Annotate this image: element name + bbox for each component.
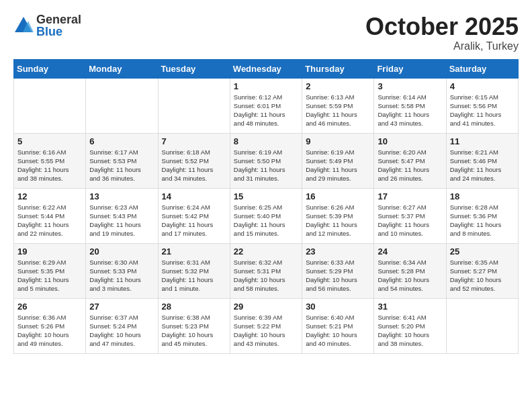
- calendar-cell: 31Sunrise: 6:41 AM Sunset: 5:20 PM Dayli…: [374, 298, 446, 353]
- day-info: Sunrise: 6:18 AM Sunset: 5:52 PM Dayligh…: [162, 148, 226, 183]
- calendar-cell: 8Sunrise: 6:19 AM Sunset: 5:50 PM Daylig…: [230, 133, 302, 188]
- calendar-cell: 15Sunrise: 6:25 AM Sunset: 5:40 PM Dayli…: [230, 188, 302, 243]
- calendar-cell: 10Sunrise: 6:20 AM Sunset: 5:47 PM Dayli…: [374, 133, 446, 188]
- logo-icon: [13, 15, 34, 36]
- day-info: Sunrise: 6:29 AM Sunset: 5:35 PM Dayligh…: [17, 258, 82, 293]
- day-number: 15: [234, 191, 298, 201]
- day-number: 18: [450, 191, 515, 201]
- day-info: Sunrise: 6:25 AM Sunset: 5:40 PM Dayligh…: [234, 203, 298, 238]
- day-number: 14: [162, 191, 226, 201]
- weekday-header-wednesday: Wednesday: [230, 59, 302, 78]
- calendar-cell: 19Sunrise: 6:29 AM Sunset: 5:35 PM Dayli…: [14, 243, 86, 298]
- calendar-cell: 9Sunrise: 6:19 AM Sunset: 5:49 PM Daylig…: [302, 133, 374, 188]
- calendar-cell: 23Sunrise: 6:33 AM Sunset: 5:29 PM Dayli…: [302, 243, 374, 298]
- day-info: Sunrise: 6:19 AM Sunset: 5:50 PM Dayligh…: [234, 148, 298, 183]
- day-info: Sunrise: 6:27 AM Sunset: 5:37 PM Dayligh…: [378, 203, 442, 238]
- day-info: Sunrise: 6:23 AM Sunset: 5:43 PM Dayligh…: [89, 203, 154, 238]
- page-header: General Blue October 2025 Aralik, Turkey: [13, 13, 519, 52]
- calendar-cell: 4Sunrise: 6:15 AM Sunset: 5:56 PM Daylig…: [446, 78, 518, 133]
- day-number: 5: [17, 136, 82, 146]
- calendar-cell: 22Sunrise: 6:32 AM Sunset: 5:31 PM Dayli…: [230, 243, 302, 298]
- day-info: Sunrise: 6:36 AM Sunset: 5:26 PM Dayligh…: [17, 313, 82, 349]
- weekday-header-monday: Monday: [86, 59, 158, 78]
- day-number: 11: [450, 136, 515, 146]
- day-info: Sunrise: 6:40 AM Sunset: 5:21 PM Dayligh…: [306, 313, 370, 349]
- day-number: 29: [234, 302, 298, 312]
- day-info: Sunrise: 6:35 AM Sunset: 5:27 PM Dayligh…: [450, 258, 515, 293]
- calendar-cell: 20Sunrise: 6:30 AM Sunset: 5:33 PM Dayli…: [86, 243, 158, 298]
- day-number: 20: [89, 246, 154, 257]
- day-number: 8: [234, 136, 298, 146]
- day-number: 10: [378, 136, 442, 146]
- logo: General Blue: [13, 13, 81, 38]
- day-number: 9: [306, 136, 370, 146]
- day-number: 25: [450, 246, 515, 257]
- day-number: 3: [378, 81, 442, 91]
- calendar-cell: 26Sunrise: 6:36 AM Sunset: 5:26 PM Dayli…: [14, 298, 86, 353]
- calendar-cell: 18Sunrise: 6:28 AM Sunset: 5:36 PM Dayli…: [446, 188, 518, 243]
- calendar-cell: 21Sunrise: 6:31 AM Sunset: 5:32 PM Dayli…: [158, 243, 230, 298]
- title-block: October 2025 Aralik, Turkey: [365, 13, 519, 52]
- day-info: Sunrise: 6:38 AM Sunset: 5:23 PM Dayligh…: [162, 313, 226, 349]
- calendar-cell: 2Sunrise: 6:13 AM Sunset: 5:59 PM Daylig…: [302, 78, 374, 133]
- day-info: Sunrise: 6:26 AM Sunset: 5:39 PM Dayligh…: [306, 203, 370, 238]
- day-number: 16: [306, 191, 370, 201]
- day-info: Sunrise: 6:30 AM Sunset: 5:33 PM Dayligh…: [89, 258, 154, 293]
- calendar-cell: 1Sunrise: 6:12 AM Sunset: 6:01 PM Daylig…: [230, 78, 302, 133]
- week-row-1: 1Sunrise: 6:12 AM Sunset: 6:01 PM Daylig…: [14, 78, 519, 133]
- calendar-cell: 25Sunrise: 6:35 AM Sunset: 5:27 PM Dayli…: [446, 243, 518, 298]
- calendar-cell: [86, 78, 158, 133]
- day-info: Sunrise: 6:16 AM Sunset: 5:55 PM Dayligh…: [17, 148, 82, 183]
- day-info: Sunrise: 6:13 AM Sunset: 5:59 PM Dayligh…: [306, 93, 370, 128]
- day-info: Sunrise: 6:22 AM Sunset: 5:44 PM Dayligh…: [17, 203, 82, 238]
- day-info: Sunrise: 6:15 AM Sunset: 5:56 PM Dayligh…: [450, 93, 515, 128]
- calendar-cell: 13Sunrise: 6:23 AM Sunset: 5:43 PM Dayli…: [86, 188, 158, 243]
- day-info: Sunrise: 6:21 AM Sunset: 5:46 PM Dayligh…: [450, 148, 515, 183]
- logo-general-text: General: [36, 13, 81, 26]
- day-number: 12: [17, 191, 82, 201]
- location: Aralik, Turkey: [365, 40, 519, 52]
- weekday-header-thursday: Thursday: [302, 59, 374, 78]
- day-number: 27: [89, 302, 154, 312]
- day-number: 2: [306, 81, 370, 91]
- day-info: Sunrise: 6:31 AM Sunset: 5:32 PM Dayligh…: [162, 258, 226, 293]
- day-info: Sunrise: 6:17 AM Sunset: 5:53 PM Dayligh…: [89, 148, 154, 183]
- calendar-cell: 16Sunrise: 6:26 AM Sunset: 5:39 PM Dayli…: [302, 188, 374, 243]
- day-number: 30: [306, 302, 370, 312]
- day-number: 13: [89, 191, 154, 201]
- month-title: October 2025: [365, 13, 519, 40]
- day-info: Sunrise: 6:24 AM Sunset: 5:42 PM Dayligh…: [162, 203, 226, 238]
- day-number: 23: [306, 246, 370, 257]
- day-info: Sunrise: 6:41 AM Sunset: 5:20 PM Dayligh…: [378, 313, 442, 349]
- day-info: Sunrise: 6:14 AM Sunset: 5:58 PM Dayligh…: [378, 93, 442, 128]
- day-info: Sunrise: 6:12 AM Sunset: 6:01 PM Dayligh…: [234, 93, 298, 128]
- calendar-cell: 24Sunrise: 6:34 AM Sunset: 5:28 PM Dayli…: [374, 243, 446, 298]
- calendar-cell: 28Sunrise: 6:38 AM Sunset: 5:23 PM Dayli…: [158, 298, 230, 353]
- calendar-cell: 6Sunrise: 6:17 AM Sunset: 5:53 PM Daylig…: [86, 133, 158, 188]
- day-info: Sunrise: 6:19 AM Sunset: 5:49 PM Dayligh…: [306, 148, 370, 183]
- calendar-cell: 5Sunrise: 6:16 AM Sunset: 5:55 PM Daylig…: [14, 133, 86, 188]
- day-info: Sunrise: 6:37 AM Sunset: 5:24 PM Dayligh…: [89, 313, 154, 349]
- day-number: 22: [234, 246, 298, 257]
- day-info: Sunrise: 6:32 AM Sunset: 5:31 PM Dayligh…: [234, 258, 298, 293]
- day-number: 28: [162, 302, 226, 312]
- week-row-5: 26Sunrise: 6:36 AM Sunset: 5:26 PM Dayli…: [14, 298, 519, 353]
- day-number: 1: [234, 81, 298, 91]
- weekday-header-row: SundayMondayTuesdayWednesdayThursdayFrid…: [14, 59, 519, 78]
- weekday-header-sunday: Sunday: [14, 59, 86, 78]
- calendar-cell: 29Sunrise: 6:39 AM Sunset: 5:22 PM Dayli…: [230, 298, 302, 353]
- calendar-cell: 7Sunrise: 6:18 AM Sunset: 5:52 PM Daylig…: [158, 133, 230, 188]
- week-row-4: 19Sunrise: 6:29 AM Sunset: 5:35 PM Dayli…: [14, 243, 519, 298]
- logo-blue-text: Blue: [36, 26, 81, 38]
- day-number: 6: [89, 136, 154, 146]
- week-row-2: 5Sunrise: 6:16 AM Sunset: 5:55 PM Daylig…: [14, 133, 519, 188]
- day-number: 31: [378, 302, 442, 312]
- calendar-cell: 27Sunrise: 6:37 AM Sunset: 5:24 PM Dayli…: [86, 298, 158, 353]
- day-info: Sunrise: 6:34 AM Sunset: 5:28 PM Dayligh…: [378, 258, 442, 293]
- day-number: 7: [162, 136, 226, 146]
- calendar-cell: [158, 78, 230, 133]
- day-info: Sunrise: 6:33 AM Sunset: 5:29 PM Dayligh…: [306, 258, 370, 293]
- calendar-cell: 30Sunrise: 6:40 AM Sunset: 5:21 PM Dayli…: [302, 298, 374, 353]
- calendar-cell: 11Sunrise: 6:21 AM Sunset: 5:46 PM Dayli…: [446, 133, 518, 188]
- weekday-header-friday: Friday: [374, 59, 446, 78]
